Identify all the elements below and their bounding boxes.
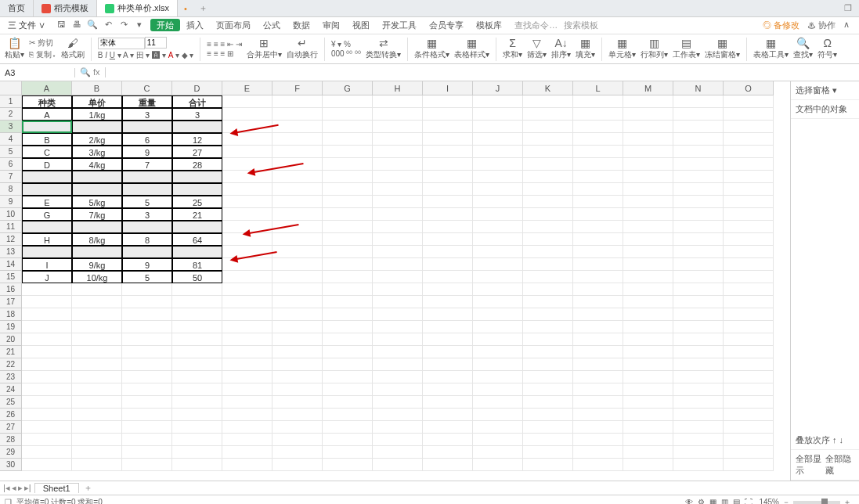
cell[interactable] xyxy=(22,409,72,421)
sheet-nav-prev-icon[interactable]: ◂ xyxy=(12,483,16,493)
menu-tab-4[interactable]: 数据 xyxy=(287,20,316,30)
cell[interactable] xyxy=(673,434,724,446)
cell[interactable] xyxy=(473,321,523,333)
cell[interactable] xyxy=(222,459,272,471)
cell[interactable] xyxy=(172,283,222,296)
cell[interactable] xyxy=(623,233,673,246)
cell[interactable] xyxy=(122,459,172,471)
cell[interactable] xyxy=(724,133,774,146)
filter-button[interactable]: ▽筛选▾ xyxy=(527,38,547,60)
col-header-A[interactable]: A xyxy=(22,81,72,95)
cell[interactable] xyxy=(423,434,473,446)
col-header-G[interactable]: G xyxy=(323,81,373,95)
col-header-O[interactable]: O xyxy=(724,81,774,95)
cell[interactable] xyxy=(724,346,774,358)
cell[interactable]: 3/kg xyxy=(72,146,122,158)
cell[interactable] xyxy=(272,171,323,183)
cell[interactable] xyxy=(473,296,523,308)
spreadsheet-grid[interactable]: ABCDEFGHIJKLMNO1种类单价重量合计2A1/kg3334B2/kg6… xyxy=(0,81,790,481)
row-header[interactable]: 12 xyxy=(0,233,22,246)
cell[interactable] xyxy=(272,459,323,471)
cell[interactable] xyxy=(473,409,523,421)
row-header[interactable]: 25 xyxy=(0,396,22,409)
cell[interactable] xyxy=(122,383,172,396)
cell[interactable] xyxy=(724,396,774,409)
cell[interactable] xyxy=(222,183,272,196)
cell[interactable] xyxy=(673,146,724,158)
cell[interactable]: 9 xyxy=(122,146,172,158)
cell[interactable] xyxy=(423,171,473,183)
cell[interactable] xyxy=(523,283,573,296)
cell[interactable] xyxy=(222,108,272,121)
cell[interactable] xyxy=(172,358,222,371)
cell[interactable] xyxy=(22,396,72,409)
cell[interactable] xyxy=(623,108,673,121)
cell[interactable] xyxy=(673,233,724,246)
cell[interactable] xyxy=(673,95,724,108)
cell[interactable] xyxy=(323,434,373,446)
cell[interactable] xyxy=(22,446,72,459)
cell[interactable] xyxy=(473,283,523,296)
cell[interactable]: 50 xyxy=(172,271,222,283)
cell[interactable] xyxy=(573,233,623,246)
row-header[interactable]: 3 xyxy=(0,121,22,133)
cell[interactable] xyxy=(724,409,774,421)
cell[interactable]: 8/kg xyxy=(72,233,122,246)
cell-button[interactable]: ▦单元格▾ xyxy=(608,38,636,60)
cell[interactable] xyxy=(222,271,272,283)
cell[interactable]: 合计 xyxy=(172,95,222,108)
cell[interactable] xyxy=(623,434,673,446)
sum-button[interactable]: Σ求和▾ xyxy=(503,38,522,60)
cell[interactable] xyxy=(473,246,523,258)
cell[interactable] xyxy=(72,121,122,133)
cell[interactable] xyxy=(323,121,373,133)
cell[interactable] xyxy=(323,283,373,296)
cell[interactable] xyxy=(323,95,373,108)
cell[interactable] xyxy=(673,421,724,434)
cell[interactable] xyxy=(473,308,523,321)
cell[interactable] xyxy=(523,95,573,108)
cell[interactable] xyxy=(272,321,323,333)
row-header[interactable]: 1 xyxy=(0,95,22,108)
cell[interactable]: 12 xyxy=(172,133,222,146)
cell[interactable] xyxy=(323,233,373,246)
cell[interactable] xyxy=(623,283,673,296)
cell[interactable] xyxy=(623,308,673,321)
cell[interactable] xyxy=(122,371,172,383)
cell[interactable] xyxy=(323,221,373,233)
cell[interactable] xyxy=(473,333,523,346)
cell[interactable] xyxy=(323,271,373,283)
cell[interactable] xyxy=(72,371,122,383)
cell[interactable] xyxy=(423,409,473,421)
cell[interactable] xyxy=(272,358,323,371)
cell[interactable] xyxy=(272,396,323,409)
cell[interactable] xyxy=(373,409,423,421)
menu-tab-6[interactable]: 视图 xyxy=(346,20,376,30)
cell[interactable] xyxy=(573,409,623,421)
cell[interactable] xyxy=(22,321,72,333)
cell[interactable] xyxy=(72,409,122,421)
cell[interactable] xyxy=(72,446,122,459)
cell[interactable] xyxy=(423,446,473,459)
cell[interactable] xyxy=(724,296,774,308)
cell[interactable] xyxy=(272,208,323,221)
cell[interactable] xyxy=(222,371,272,383)
cell[interactable] xyxy=(724,158,774,171)
cell[interactable] xyxy=(423,459,473,471)
worksheet-button[interactable]: ▤工作表▾ xyxy=(673,38,700,60)
cell[interactable] xyxy=(473,459,523,471)
col-header-K[interactable]: K xyxy=(523,81,573,95)
cell[interactable] xyxy=(122,283,172,296)
cell[interactable] xyxy=(673,283,724,296)
cell[interactable] xyxy=(573,271,623,283)
cell[interactable] xyxy=(122,333,172,346)
cell[interactable] xyxy=(222,358,272,371)
add-tab-button[interactable]: ＋ xyxy=(193,0,212,16)
cell[interactable] xyxy=(724,221,774,233)
cell[interactable]: 5 xyxy=(122,271,172,283)
cell[interactable] xyxy=(673,221,724,233)
cell[interactable]: I xyxy=(22,258,72,271)
paste-button[interactable]: 📋粘贴▾ xyxy=(5,38,24,60)
sheet-nav-next-icon[interactable]: ▸ xyxy=(18,483,23,493)
cell[interactable] xyxy=(673,296,724,308)
